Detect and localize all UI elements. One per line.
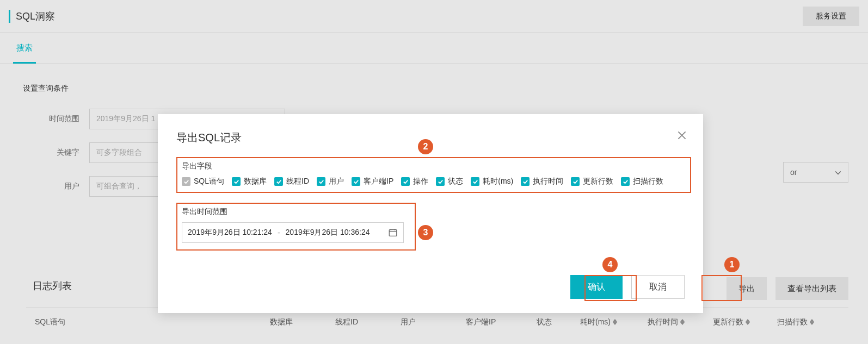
export-field-checkbox[interactable]: 操作 <box>401 177 428 186</box>
col-cost[interactable]: 耗时(ms) <box>576 317 643 327</box>
export-field-label: 扫描行数 <box>633 177 663 186</box>
sort-icon <box>746 318 751 326</box>
time-range-value: 2019年9月26日 1 <box>96 114 155 124</box>
logic-select[interactable]: or <box>783 162 848 183</box>
row-user-label: 用户 <box>13 182 89 191</box>
date-from: 2019年9月26日 10:21:24 <box>188 228 272 237</box>
close-icon[interactable] <box>676 129 688 141</box>
export-time-box: 导出时间范围 2019年9月26日 10:21:24 - 2019年9月26日 … <box>176 203 416 251</box>
callout-badge-2: 2 <box>418 139 433 154</box>
checkbox-icon <box>352 177 360 186</box>
col-thread[interactable]: 线程ID <box>331 317 396 327</box>
callout-badge-1: 1 <box>724 257 740 272</box>
checkbox-icon <box>182 177 190 186</box>
export-field-label: 执行时间 <box>533 177 563 186</box>
cancel-button[interactable]: 取消 <box>631 275 685 299</box>
export-time-label: 导出时间范围 <box>182 207 410 217</box>
modal-actions: 确认 取消 <box>570 275 685 299</box>
col-state[interactable]: 状态 <box>532 317 576 327</box>
checkbox-icon <box>232 177 241 186</box>
view-export-list-button[interactable]: 查看导出列表 <box>775 277 848 300</box>
export-field-label: SQL语句 <box>194 177 224 186</box>
export-field-checkbox[interactable]: 线程ID <box>274 177 309 186</box>
export-fields-box: 导出字段 SQL语句数据库线程ID用户客户端IP操作状态耗时(ms)执行时间更新… <box>176 157 691 193</box>
col-user[interactable]: 用户 <box>396 317 461 327</box>
export-button-label: 导出 <box>738 284 755 294</box>
col-db[interactable]: 数据库 <box>266 317 331 327</box>
callout-badge-3: 3 <box>418 225 433 240</box>
log-list-title: 日志列表 <box>33 279 72 292</box>
col-scan[interactable]: 扫描行数 <box>773 317 833 327</box>
sort-icon <box>613 318 618 326</box>
col-time[interactable]: 执行时间 <box>643 317 709 327</box>
export-field-checkbox[interactable]: 更新行数 <box>571 177 613 186</box>
export-field-label: 更新行数 <box>583 177 613 186</box>
col-sql[interactable]: SQL语句 <box>26 317 266 327</box>
page-title: SQL洞察 <box>9 10 55 23</box>
service-settings-label: 服务设置 <box>816 11 846 21</box>
checkbox-icon <box>621 177 630 186</box>
row-keyword-label: 关键字 <box>13 148 89 158</box>
export-field-label: 状态 <box>448 177 463 186</box>
tabs-row: 搜索 <box>0 33 868 64</box>
checkbox-icon <box>401 177 410 186</box>
date-separator: - <box>278 228 280 237</box>
export-field-label: 线程ID <box>286 177 309 186</box>
tab-search-label: 搜索 <box>16 43 33 52</box>
col-ip[interactable]: 客户端IP <box>461 317 532 327</box>
export-field-checkbox[interactable]: 耗时(ms) <box>471 177 513 186</box>
export-field-checkbox[interactable]: 客户端IP <box>352 177 393 186</box>
confirm-label: 确认 <box>588 282 605 293</box>
export-field-checkbox[interactable]: 执行时间 <box>521 177 563 186</box>
export-field-label: 数据库 <box>244 177 267 186</box>
date-to: 2019年9月26日 10:36:24 <box>286 228 370 237</box>
export-field-label: 用户 <box>329 177 344 186</box>
export-field-checkbox[interactable]: 数据库 <box>232 177 267 186</box>
logic-select-value: or <box>790 168 797 177</box>
export-fields-label: 导出字段 <box>182 161 686 171</box>
export-field-label: 操作 <box>413 177 428 186</box>
sort-icon <box>810 318 815 326</box>
export-field-checkbox[interactable]: 扫描行数 <box>621 177 663 186</box>
export-field-checkbox[interactable]: 用户 <box>317 177 344 186</box>
checkbox-icon <box>521 177 530 186</box>
export-field-label: 客户端IP <box>364 177 393 186</box>
checkbox-icon <box>571 177 580 186</box>
export-fields-row: SQL语句数据库线程ID用户客户端IP操作状态耗时(ms)执行时间更新行数扫描行… <box>182 177 686 186</box>
col-cost-label: 耗时(ms) <box>580 317 611 327</box>
col-upd-label: 更新行数 <box>713 317 743 327</box>
checkbox-icon <box>471 177 479 186</box>
view-export-list-label: 查看导出列表 <box>787 284 836 294</box>
row-time-label: 时间范围 <box>13 114 89 124</box>
svg-rect-0 <box>389 230 397 236</box>
checkbox-icon <box>436 177 445 186</box>
export-field-label: 耗时(ms) <box>483 177 513 186</box>
sort-icon <box>680 318 686 326</box>
keyword-placeholder: 可多字段组合 <box>96 148 142 158</box>
page-header: SQL洞察 服务设置 <box>0 0 868 33</box>
tab-search[interactable]: 搜索 <box>13 34 36 64</box>
cancel-label: 取消 <box>649 282 667 293</box>
service-settings-button[interactable]: 服务设置 <box>803 7 859 26</box>
calendar-icon <box>388 228 398 237</box>
chevron-down-icon <box>835 169 841 176</box>
col-upd[interactable]: 更新行数 <box>709 317 773 327</box>
checkbox-icon <box>274 177 283 186</box>
export-field-checkbox[interactable]: 状态 <box>436 177 463 186</box>
col-scan-label: 扫描行数 <box>777 317 808 327</box>
checkbox-icon <box>317 177 325 186</box>
confirm-button[interactable]: 确认 <box>570 275 623 299</box>
export-button[interactable]: 导出 <box>727 277 767 300</box>
user-placeholder: 可组合查询， <box>96 182 142 191</box>
export-field-checkbox: SQL语句 <box>182 177 224 186</box>
callout-badge-4: 4 <box>602 257 618 272</box>
query-section-label: 设置查询条件 <box>23 84 855 93</box>
col-time-label: 执行时间 <box>648 317 678 327</box>
log-actions: 导出 查看导出列表 <box>727 277 848 300</box>
export-date-range-input[interactable]: 2019年9月26日 10:21:24 - 2019年9月26日 10:36:2… <box>182 222 404 243</box>
